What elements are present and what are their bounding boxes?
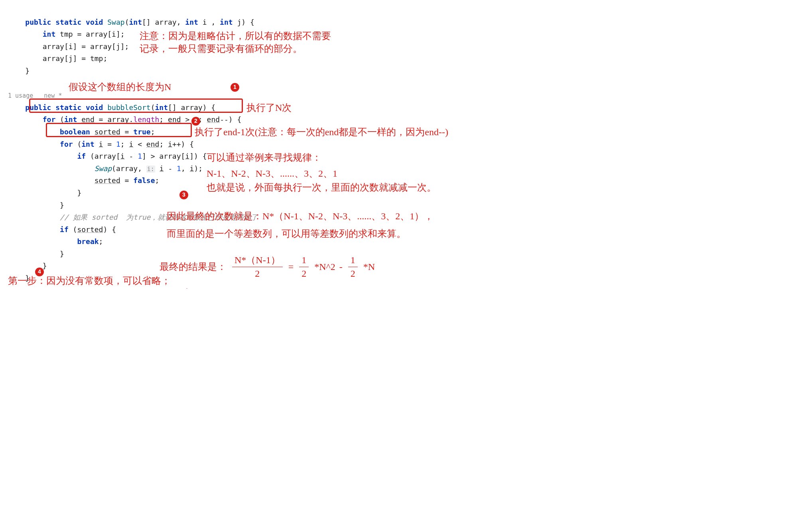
frac-half-2: 12 [348, 254, 358, 280]
ann-therefore2: 而里面的是一个等差数列，可以用等差数列的求和来算。 [167, 226, 406, 242]
ann-loop2: 执行了end-1次(注意：每一次的end都是不一样的，因为end--) [195, 124, 448, 140]
swap-l5: } [8, 67, 30, 75]
frac-half-1: 12 [299, 254, 309, 280]
times-n: *N [363, 259, 375, 275]
bs-l4: for (int i = 1; i < end; i++) { [8, 140, 194, 148]
times-nsq: *N^2 [314, 259, 335, 275]
minus-sign: - [339, 259, 343, 275]
ann-example3: 也就是说，外面每执行一次，里面的次数就减减一次。 [207, 179, 436, 196]
code-block: public static void Swap(int[] array, int… [8, 4, 804, 285]
ann-step2: 第二步：去掉常数项，只保留最高阶项： 12 *N^2 [8, 286, 214, 289]
frac-step2: 12 [182, 286, 191, 289]
bs-l12: break; [8, 237, 103, 246]
swap-l1: public static void Swap(int[] array, int… [8, 18, 254, 26]
bs-l5: if (array[i - 1] > array[i]) { [8, 152, 207, 160]
bs-l9: } [8, 201, 64, 209]
ann-loop1: 执行了N次 [246, 100, 292, 116]
bs-l13: } [8, 250, 64, 258]
bs-l7: sorted = false; [8, 176, 159, 185]
bs-l6: Swap(array, i: i - 1, i); [8, 164, 203, 173]
redbox-outer-loop [29, 98, 243, 113]
ann-note-top2: 记录，一般只需要记录有循环的部分。 [140, 41, 302, 57]
ann-therefore1: 因此最终的次数就是：N*（N-1、N-2、N-3、......、3、2、1）， [167, 208, 434, 224]
bs-l11: if (sorted) { [8, 225, 116, 234]
frac-n-n1-over-2: N*（N-1）2 [232, 254, 283, 280]
swap-l2: int tmp = array[i]; [8, 30, 125, 38]
swap-l4: array[j] = tmp; [8, 54, 107, 63]
ann-assume: 假设这个数组的长度为N [69, 79, 171, 95]
bs-l8: } [8, 189, 81, 197]
swap-l3: array[i] = array[j]; [8, 42, 129, 51]
eq-sign: = [288, 259, 294, 275]
badge-1: 1 [231, 83, 239, 92]
ann-example1: 可以通过举例来寻找规律： [207, 150, 321, 166]
redbox-inner-loop [46, 123, 192, 137]
badge-3: 3 [179, 191, 188, 199]
ann-final-result: 最终的结果是： N*（N-1）2 = 12 *N^2 - 12 *N [160, 254, 375, 280]
